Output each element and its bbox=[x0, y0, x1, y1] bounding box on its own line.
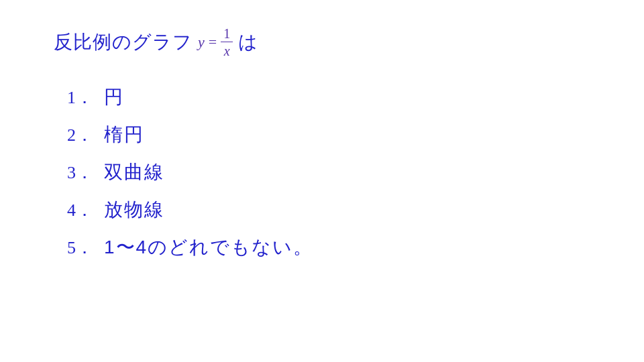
fraction-numerator: 1 bbox=[221, 27, 233, 42]
choice-item: 3．双曲線 bbox=[67, 160, 590, 185]
choice-number: 1． bbox=[67, 86, 93, 109]
choice-label: 楕円 bbox=[104, 122, 144, 147]
choice-label: 円 bbox=[104, 84, 124, 110]
question-suffix: は bbox=[238, 29, 258, 55]
formula-y: y bbox=[198, 34, 205, 51]
choice-label: 放物線 bbox=[104, 197, 164, 223]
main-content: 反比例のグラフ y = 1 x は 1．円2．楕円3．双曲線4．放物線5．1〜4… bbox=[0, 0, 644, 287]
choice-number: 4． bbox=[67, 198, 93, 222]
fraction: 1 x bbox=[221, 27, 233, 58]
question-header: 反比例のグラフ y = 1 x は bbox=[54, 27, 590, 58]
choices-list: 1．円2．楕円3．双曲線4．放物線5．1〜4のどれでもない。 bbox=[54, 84, 590, 260]
choice-number: 5． bbox=[67, 236, 93, 259]
choice-number: 3． bbox=[67, 161, 93, 184]
question-prefix: 反比例のグラフ bbox=[54, 29, 193, 55]
choice-label: 双曲線 bbox=[104, 160, 164, 185]
choice-number: 2． bbox=[67, 123, 93, 147]
choice-item: 1．円 bbox=[67, 84, 590, 110]
choice-item: 5．1〜4のどれでもない。 bbox=[67, 235, 590, 260]
choice-item: 2．楕円 bbox=[67, 122, 590, 147]
fraction-denominator: x bbox=[221, 43, 233, 58]
formula-equals: = bbox=[209, 34, 217, 51]
choice-item: 4．放物線 bbox=[67, 197, 590, 223]
choice-label: 1〜4のどれでもない。 bbox=[104, 235, 313, 260]
formula: y = 1 x bbox=[198, 27, 233, 58]
